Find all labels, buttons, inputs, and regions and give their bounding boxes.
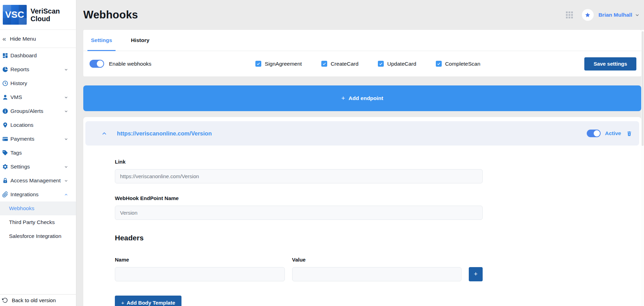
gear-icon — [2, 164, 8, 170]
sidebar-item-label: Locations — [10, 122, 33, 128]
checkbox-checked-icon — [321, 61, 327, 67]
enable-webhooks-label: Enable webhooks — [109, 61, 151, 67]
tab-history[interactable]: History — [127, 30, 153, 51]
enable-webhooks-toggle[interactable] — [90, 60, 104, 68]
checkbox-checked-icon — [378, 61, 384, 67]
rotate-ccw-icon — [2, 297, 8, 303]
active-label: Active — [605, 130, 621, 137]
link-label: Link — [115, 159, 483, 165]
brand-logo[interactable]: VSC — [3, 5, 27, 25]
hide-menu-button[interactable]: « Hide Menu — [0, 30, 76, 48]
endpoint-header-row: https://veriscanonline.com/Version Activ… — [85, 121, 639, 146]
checkbox-completescan[interactable]: CompleteScan — [436, 61, 481, 67]
sidebar-item-label: Tags — [10, 150, 22, 156]
chevron-up-icon — [64, 192, 68, 197]
sidebar-item-label: History — [10, 80, 27, 86]
sidebar-item-groups-alerts[interactable]: Groups/Alerts — [0, 104, 76, 118]
webhooks-settings-card: Settings History Enable webhooks SignAgr… — [83, 30, 641, 76]
chevron-down-icon — [64, 179, 68, 183]
checkbox-checked-icon — [436, 61, 442, 67]
brand-name: VeriScan Cloud — [31, 7, 60, 23]
header-value-column: Value — [292, 257, 462, 281]
back-to-old-version-link[interactable]: Back to old version — [0, 294, 76, 306]
link-input[interactable] — [115, 169, 483, 183]
tag-icon — [2, 150, 8, 156]
chevron-down-icon[interactable] — [635, 13, 640, 18]
brand-header: VSC VeriScan Cloud — [0, 0, 76, 30]
sidebar-item-settings[interactable]: Settings — [0, 160, 76, 174]
header-name-input[interactable] — [115, 267, 285, 281]
sidebar-item-tags[interactable]: Tags — [0, 146, 76, 160]
main-area: Webhooks Brian Mulhall Settings History … — [76, 0, 644, 306]
headers-title: Headers — [115, 234, 483, 242]
user-menu[interactable]: Brian Mulhall — [599, 12, 632, 18]
plus-icon: + — [341, 94, 345, 102]
topbar: Webhooks Brian Mulhall — [76, 0, 644, 30]
apps-grid-icon[interactable] — [565, 11, 574, 19]
endpoint-card: https://veriscanonline.com/Version Activ… — [83, 117, 641, 306]
scrollbar-thumb[interactable] — [642, 31, 644, 146]
map-pin-icon — [2, 122, 8, 129]
sidebar-item-salesforce-integration[interactable]: Salesforce Integration — [0, 229, 76, 243]
pie-chart-icon — [2, 66, 8, 73]
topbar-right: Brian Mulhall — [565, 9, 640, 21]
sidebar-item-dashboard[interactable]: Dashboard — [0, 49, 76, 63]
chevron-down-icon — [64, 67, 68, 72]
endpoint-header-controls: Active — [587, 130, 632, 137]
brand-name-line1: VeriScan — [31, 7, 60, 15]
endpoint-url[interactable]: https://veriscanonline.com/Version — [117, 130, 212, 137]
toggle-knob — [97, 60, 103, 67]
sidebar-item-integrations[interactable]: Integrations — [0, 188, 76, 201]
checkbox-checked-icon — [255, 61, 261, 67]
paperclip-icon — [2, 191, 8, 198]
sidebar-item-reports[interactable]: Reports — [0, 63, 76, 76]
active-toggle[interactable] — [587, 130, 601, 137]
trash-icon[interactable] — [626, 131, 632, 137]
checkbox-label: UpdateCard — [387, 61, 416, 67]
sidebar-subitem-label: Webhooks — [9, 205, 34, 212]
add-body-template-button[interactable]: +Add Body Template — [115, 296, 181, 306]
chevron-down-icon — [64, 137, 68, 141]
sidebar-item-webhooks[interactable]: Webhooks — [0, 201, 76, 215]
plus-icon: + — [121, 300, 124, 306]
endpoint-name-label: WebHook EndPoint Name — [115, 195, 483, 201]
content: Settings History Enable webhooks SignAgr… — [76, 30, 644, 306]
add-endpoint-button[interactable]: + Add endpoint — [83, 85, 641, 111]
checkbox-signagreement[interactable]: SignAgreement — [255, 61, 302, 67]
checkbox-updatecard[interactable]: UpdateCard — [378, 61, 416, 67]
headers-row: Name Value + — [115, 257, 483, 281]
header-value-input[interactable] — [292, 267, 462, 281]
sidebar-item-label: VMS — [10, 94, 22, 100]
sidebar-item-label: Settings — [10, 164, 30, 170]
double-chevron-left-icon: « — [2, 35, 6, 42]
collapse-caret-icon[interactable] — [100, 129, 108, 138]
add-header-button[interactable]: + — [469, 267, 483, 281]
sidebar-item-label: Groups/Alerts — [10, 108, 43, 114]
tabs: Settings History — [83, 30, 641, 51]
sidebar-item-access-management[interactable]: Access Management — [0, 174, 76, 188]
sidebar-item-history[interactable]: History — [0, 76, 76, 90]
header-name-label: Name — [115, 257, 285, 263]
tab-settings[interactable]: Settings — [87, 30, 116, 51]
scrollbar[interactable] — [641, 30, 644, 306]
lock-icon — [2, 177, 8, 184]
info-icon — [2, 108, 8, 115]
sidebar-item-vms[interactable]: VMS — [0, 90, 76, 104]
hide-menu-label: Hide Menu — [10, 36, 36, 42]
sidebar-item-payments[interactable]: Payments — [0, 132, 76, 146]
checkbox-createcard[interactable]: CreateCard — [321, 61, 358, 67]
endpoint-name-input[interactable] — [115, 206, 483, 220]
header-name-column: Name — [115, 257, 285, 281]
sidebar-item-locations[interactable]: Locations — [0, 118, 76, 132]
payment-card-icon — [2, 136, 8, 142]
sidebar-subitem-label: Salesforce Integration — [9, 233, 61, 239]
sidebar-item-third-party-checks[interactable]: Third Party Checks — [0, 215, 76, 229]
avatar[interactable] — [582, 9, 594, 21]
logo-text: VSC — [5, 9, 24, 20]
add-endpoint-label: Add endpoint — [349, 95, 383, 101]
checkbox-label: CompleteScan — [445, 61, 481, 67]
save-settings-button[interactable]: Save settings — [584, 57, 636, 71]
star-icon — [585, 12, 591, 18]
checkbox-label: SignAgreement — [265, 61, 302, 67]
back-to-old-version-label: Back to old version — [12, 297, 56, 303]
